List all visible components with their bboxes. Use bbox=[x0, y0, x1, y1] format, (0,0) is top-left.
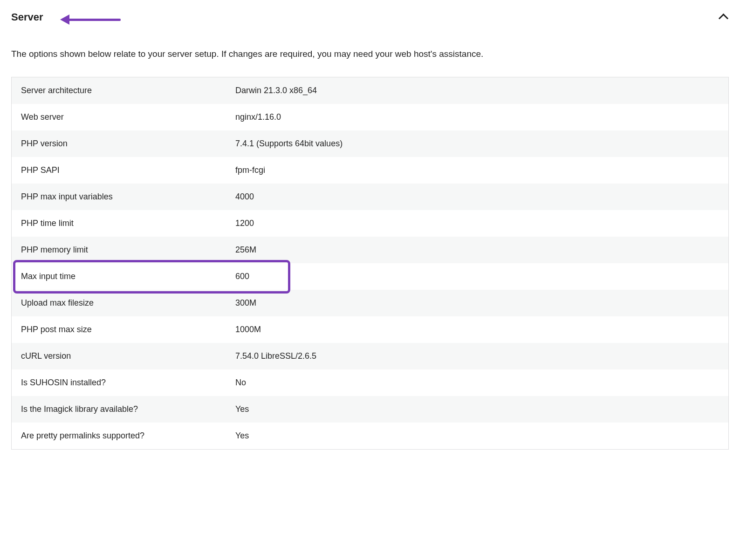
row-value: 300M bbox=[226, 290, 728, 316]
row-label: Web server bbox=[12, 104, 226, 130]
table-row: cURL version7.54.0 LibreSSL/2.6.5 bbox=[12, 343, 728, 369]
row-value: nginx/1.16.0 bbox=[226, 104, 728, 130]
table-row: Web servernginx/1.16.0 bbox=[12, 104, 728, 130]
row-value: 7.54.0 LibreSSL/2.6.5 bbox=[226, 343, 728, 369]
table-row: PHP memory limit256M bbox=[12, 237, 728, 263]
row-label: Upload max filesize bbox=[12, 290, 226, 316]
server-info-table-wrap: Server architectureDarwin 21.3.0 x86_64W… bbox=[11, 77, 729, 450]
table-row: Server architectureDarwin 21.3.0 x86_64 bbox=[12, 77, 728, 104]
row-label: PHP version bbox=[12, 130, 226, 157]
row-value: 7.4.1 (Supports 64bit values) bbox=[226, 130, 728, 157]
row-value: 1200 bbox=[226, 210, 728, 237]
row-label: Are pretty permalinks supported? bbox=[12, 423, 226, 449]
row-value: 1000M bbox=[226, 316, 728, 343]
table-row: PHP version7.4.1 (Supports 64bit values) bbox=[12, 130, 728, 157]
arrow-annotation-icon bbox=[60, 15, 121, 24]
row-value: Darwin 21.3.0 x86_64 bbox=[226, 77, 728, 104]
row-value: 256M bbox=[226, 237, 728, 263]
row-label: PHP max input variables bbox=[12, 184, 226, 210]
table-row: Is the Imagick library available?Yes bbox=[12, 396, 728, 423]
row-label: cURL version bbox=[12, 343, 226, 369]
row-label: Is the Imagick library available? bbox=[12, 396, 226, 423]
row-label: Server architecture bbox=[12, 77, 226, 104]
panel-title: Server bbox=[11, 11, 43, 23]
table-row: Upload max filesize300M bbox=[12, 290, 728, 316]
table-row: PHP max input variables4000 bbox=[12, 184, 728, 210]
row-label: PHP time limit bbox=[12, 210, 226, 237]
table-row: PHP SAPIfpm-fcgi bbox=[12, 157, 728, 184]
table-row: PHP post max size1000M bbox=[12, 316, 728, 343]
row-label: Is SUHOSIN installed? bbox=[12, 369, 226, 396]
row-label: PHP post max size bbox=[12, 316, 226, 343]
panel-description: The options shown below relate to your s… bbox=[11, 48, 729, 61]
server-info-table: Server architectureDarwin 21.3.0 x86_64W… bbox=[11, 77, 729, 450]
row-value: 600 bbox=[226, 263, 728, 290]
row-value: Yes bbox=[226, 396, 728, 423]
table-row: Is SUHOSIN installed?No bbox=[12, 369, 728, 396]
row-label: PHP memory limit bbox=[12, 237, 226, 263]
table-row: Max input time600 bbox=[12, 263, 728, 290]
row-value: 4000 bbox=[226, 184, 728, 210]
table-row: Are pretty permalinks supported?Yes bbox=[12, 423, 728, 449]
panel-header[interactable]: Server bbox=[11, 11, 729, 23]
row-label: Max input time bbox=[12, 263, 226, 290]
row-value: No bbox=[226, 369, 728, 396]
table-row: PHP time limit1200 bbox=[12, 210, 728, 237]
row-label: PHP SAPI bbox=[12, 157, 226, 184]
row-value: Yes bbox=[226, 423, 728, 449]
row-value: fpm-fcgi bbox=[226, 157, 728, 184]
chevron-up-icon[interactable] bbox=[719, 12, 729, 22]
